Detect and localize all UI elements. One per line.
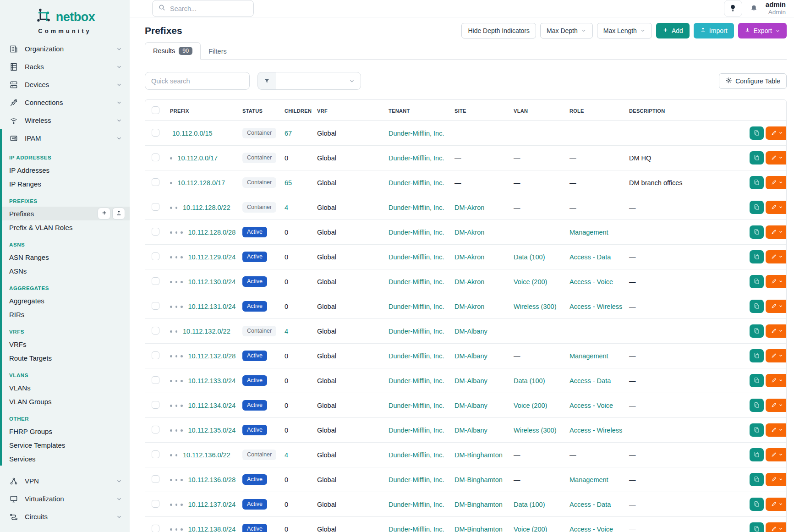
sidebar-item-services[interactable]: Services (2, 452, 130, 466)
clone-prefix-button[interactable] (750, 374, 764, 387)
sidebar-item-racks[interactable]: Racks (0, 58, 130, 76)
saved-filter-select[interactable] (257, 72, 361, 90)
site-link[interactable]: DM-Albany (454, 377, 487, 384)
filter-select-box[interactable] (276, 72, 361, 90)
sidebar-item-prefixes[interactable]: Prefixes (2, 207, 130, 220)
row-checkbox[interactable] (152, 277, 159, 285)
tenant-link[interactable]: Dunder-Mifflin, Inc. (389, 377, 444, 384)
sidebar-item-fhrp-groups[interactable]: FHRP Groups (2, 424, 130, 438)
site-link[interactable]: DM-Albany (454, 328, 487, 335)
row-checkbox[interactable] (152, 252, 159, 260)
sidebar-item-asns[interactable]: ASNs (2, 264, 130, 278)
global-search[interactable] (152, 0, 254, 17)
prefix-link[interactable]: 10.112.128.0/22 (183, 204, 230, 211)
sidebar-item-aggregates[interactable]: Aggregates (2, 294, 130, 307)
clone-prefix-button[interactable] (750, 176, 764, 189)
sidebar-item-connections[interactable]: Connections (0, 93, 130, 111)
prefix-link[interactable]: 10.112.131.0/24 (188, 303, 236, 310)
vlan-link[interactable]: Data (100) (514, 253, 545, 261)
column-header-children[interactable]: CHILDREN (280, 100, 312, 121)
edit-prefix-dropdown-button[interactable] (766, 275, 786, 288)
tenant-link[interactable]: Dunder-Mifflin, Inc. (389, 179, 444, 186)
sidebar-item-wireless[interactable]: Wireless (0, 111, 130, 129)
tenant-link[interactable]: Dunder-Mifflin, Inc. (389, 427, 444, 434)
children-count-link[interactable]: 4 (285, 451, 288, 459)
role-link[interactable]: Access - Voice (569, 526, 613, 532)
column-header-description[interactable]: DESCRIPTION (624, 100, 745, 121)
site-link[interactable]: DM-Akron (454, 253, 484, 261)
tenant-link[interactable]: Dunder-Mifflin, Inc. (389, 328, 444, 335)
row-checkbox[interactable] (152, 129, 159, 137)
sidebar-item-service-templates[interactable]: Service Templates (2, 438, 130, 452)
tenant-link[interactable]: Dunder-Mifflin, Inc. (389, 451, 444, 459)
site-link[interactable]: DM-Akron (454, 204, 484, 211)
tenant-link[interactable]: Dunder-Mifflin, Inc. (389, 476, 444, 483)
row-checkbox[interactable] (152, 426, 159, 433)
edit-prefix-dropdown-button[interactable] (766, 225, 786, 239)
site-link[interactable]: DM-Akron (454, 278, 484, 285)
prefix-link[interactable]: 10.112.0.0/15 (172, 130, 213, 137)
edit-prefix-dropdown-button[interactable] (766, 522, 786, 532)
prefix-link[interactable]: 10.112.0.0/17 (178, 154, 218, 162)
tenant-link[interactable]: Dunder-Mifflin, Inc. (389, 278, 444, 285)
vlan-link[interactable]: Wireless (300) (514, 303, 556, 310)
tenant-link[interactable]: Dunder-Mifflin, Inc. (389, 352, 444, 360)
import-button[interactable]: Import (694, 23, 734, 38)
column-header-vlan[interactable]: VLAN (509, 100, 565, 121)
prefix-link[interactable]: 10.112.138.0/24 (188, 526, 236, 532)
clone-prefix-button[interactable] (750, 324, 764, 338)
row-checkbox[interactable] (152, 500, 159, 508)
configure-table-button[interactable]: Configure Table (719, 73, 787, 89)
children-count-link[interactable]: 67 (285, 130, 292, 137)
edit-prefix-dropdown-button[interactable] (766, 399, 786, 412)
sidebar-item-rirs[interactable]: RIRs (2, 307, 130, 321)
sidebar-item-circuits[interactable]: Circuits (0, 508, 130, 526)
tenant-link[interactable]: Dunder-Mifflin, Inc. (389, 526, 444, 532)
site-link[interactable]: DM-Albany (454, 352, 487, 360)
prefix-link[interactable]: 10.112.134.0/24 (188, 402, 236, 409)
tenant-link[interactable]: Dunder-Mifflin, Inc. (389, 204, 444, 211)
vlan-link[interactable]: Voice (200) (514, 278, 547, 285)
row-checkbox[interactable] (152, 203, 159, 211)
export-dropdown-button[interactable]: Export (738, 23, 787, 38)
edit-prefix-dropdown-button[interactable] (766, 126, 786, 140)
edit-prefix-dropdown-button[interactable] (766, 201, 786, 214)
hide-depth-indicators-button[interactable]: Hide Depth Indicators (461, 23, 536, 38)
site-link[interactable]: DM-Albany (454, 402, 487, 409)
column-header-status[interactable]: STATUS (238, 100, 280, 121)
role-link[interactable]: Management (569, 352, 608, 360)
sidebar-item-ip-ranges[interactable]: IP Ranges (2, 177, 130, 191)
clone-prefix-button[interactable] (750, 126, 764, 140)
tenant-link[interactable]: Dunder-Mifflin, Inc. (389, 229, 444, 236)
site-link[interactable]: DM-Binghamton (454, 476, 503, 483)
sidebar-item-virtualization[interactable]: Virtualization (0, 490, 130, 508)
site-link[interactable]: DM-Akron (454, 229, 484, 236)
column-header-role[interactable]: ROLE (565, 100, 624, 121)
vlan-link[interactable]: Voice (200) (514, 526, 547, 532)
notifications-bell-icon[interactable] (750, 4, 758, 13)
row-checkbox[interactable] (152, 525, 159, 532)
prefix-link[interactable]: 10.112.136.0/22 (183, 451, 230, 459)
row-checkbox[interactable] (152, 450, 159, 458)
upload-button[interactable] (112, 208, 125, 219)
role-link[interactable]: Access - Voice (569, 278, 613, 285)
plus-button[interactable] (98, 208, 110, 219)
role-link[interactable]: Access - Wireless (569, 303, 622, 310)
edit-prefix-dropdown-button[interactable] (766, 448, 786, 461)
children-count-link[interactable]: 4 (285, 328, 288, 335)
row-checkbox[interactable] (152, 302, 159, 310)
clone-prefix-button[interactable] (750, 250, 764, 263)
edit-prefix-dropdown-button[interactable] (766, 250, 786, 263)
role-link[interactable]: Access - Data (569, 253, 611, 261)
vlan-link[interactable]: Voice (200) (514, 402, 547, 409)
prefix-link[interactable]: 10.112.128.0/17 (178, 179, 225, 186)
sidebar-item-ipam[interactable]: IPAM (2, 129, 130, 147)
sidebar-item-ip-addresses[interactable]: IP Addresses (2, 163, 130, 177)
site-link[interactable]: DM-Binghamton (454, 501, 503, 508)
edit-prefix-dropdown-button[interactable] (766, 423, 786, 437)
sidebar-item-asn-ranges[interactable]: ASN Ranges (2, 250, 130, 264)
column-header-prefix[interactable]: PREFIX (165, 100, 238, 121)
clone-prefix-button[interactable] (750, 201, 764, 214)
sidebar-item-vlans[interactable]: VLANs (2, 381, 130, 395)
prefix-link[interactable]: 10.112.129.0/24 (188, 253, 236, 261)
